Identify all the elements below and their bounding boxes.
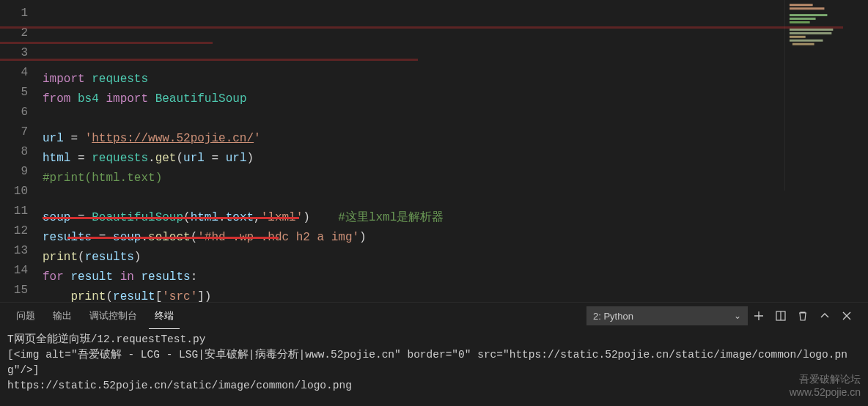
line-number: 5: [0, 83, 28, 103]
code-line[interactable]: [43, 109, 868, 129]
line-number: 4: [0, 63, 28, 83]
svg-rect-2: [790, 7, 825, 10]
line-number: 6: [0, 103, 28, 122]
code-editor[interactable]: 123456789101112131415 import requestsfro…: [0, 0, 868, 302]
code-line[interactable]: print(results): [43, 248, 868, 267]
code-line[interactable]: [43, 327, 868, 347]
code-line[interactable]: #print(html.text): [43, 169, 868, 188]
line-number: 9: [0, 162, 28, 182]
line-number: 12: [0, 221, 28, 241]
svg-rect-7: [790, 32, 831, 34]
annotation-underline-2: [67, 237, 279, 239]
watermark: 吾爱破解论坛 www.52pojie.cn: [790, 372, 861, 399]
watermark-url: www.52pojie.cn: [790, 385, 861, 399]
annotation-underline-1: [43, 217, 299, 219]
line-number: 10: [0, 182, 28, 202]
watermark-title: 吾爱破解论坛: [790, 372, 861, 385]
code-line[interactable]: import requests: [43, 70, 868, 89]
svg-rect-8: [790, 36, 806, 38]
tab-problems[interactable]: 问题: [10, 303, 41, 329]
terminal-line: https://static.52pojie.cn/static/image/c…: [7, 378, 861, 394]
code-line[interactable]: [43, 347, 868, 366]
code-line[interactable]: url = 'https://www.52pojie.cn/': [43, 129, 868, 149]
line-number: 8: [0, 142, 28, 162]
line-number: 14: [0, 261, 28, 281]
svg-rect-3: [790, 14, 827, 16]
minimap[interactable]: [784, 0, 858, 191]
code-line[interactable]: [43, 188, 868, 208]
svg-rect-5: [790, 21, 810, 23]
svg-rect-1: [790, 4, 813, 6]
svg-rect-4: [790, 18, 816, 20]
line-number: 7: [0, 122, 28, 142]
line-number: 15: [0, 281, 28, 300]
code-content[interactable]: import requestsfrom bs4 import Beautiful…: [43, 0, 868, 302]
svg-rect-9: [790, 40, 823, 42]
code-line[interactable]: for result in results:: [43, 267, 868, 287]
line-number: 11: [0, 202, 28, 221]
line-number: 1: [0, 4, 28, 23]
svg-rect-10: [792, 43, 814, 45]
code-line[interactable]: html = requests.get(url = url): [43, 149, 868, 169]
line-number-gutter: 123456789101112131415: [0, 0, 43, 302]
code-line[interactable]: print(result['src']): [43, 287, 868, 307]
code-line[interactable]: from bs4 import BeautifulSoup: [43, 89, 868, 109]
line-number: 13: [0, 241, 28, 261]
svg-rect-6: [790, 29, 833, 31]
code-line[interactable]: [43, 307, 868, 327]
